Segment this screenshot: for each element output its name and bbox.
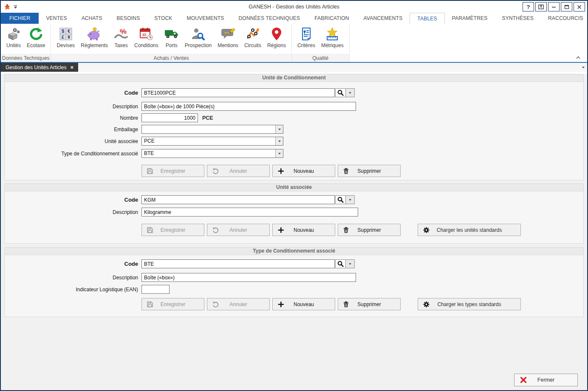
conditionnement-type-associe-arrow[interactable] [275, 149, 283, 158]
undo-icon [212, 301, 219, 307]
document-tabstrip: Gestion des Unités Articles × [1, 63, 587, 72]
section-unite-conditionnement: Unité de Conditionnement Code Descriptio… [4, 74, 584, 180]
menu-item-raccourcis[interactable]: RACCOURCIS [541, 13, 588, 24]
titlebar: GANESH - Gestion des Unités Articles ? [1, 1, 587, 13]
conditionnement-code-input[interactable] [141, 88, 335, 97]
menu-item-mouvements[interactable]: MOUVEMENTS [179, 13, 231, 24]
trash-icon [343, 168, 349, 174]
conditionnement-type-associe-combo[interactable]: BTE [141, 149, 283, 158]
menu-item-ventes[interactable]: VENTES [39, 13, 74, 24]
conditionnement-description-input[interactable] [141, 102, 356, 111]
unite-code-input[interactable] [141, 195, 335, 204]
ribbon-item-criteres[interactable]: Critères [294, 26, 318, 48]
unite-code-search-dropdown[interactable] [346, 195, 355, 204]
unite-new-button[interactable]: Nouveau [272, 224, 335, 236]
menu-item-avancements[interactable]: AVANCEMENTS [356, 13, 410, 24]
type-delete-button[interactable]: Supprimer [338, 298, 401, 310]
menu-item-parametres[interactable]: PARAMÈTRES [445, 13, 495, 24]
quick-access-arrow-icon[interactable] [14, 5, 17, 9]
quick-access-toolbar [1, 3, 17, 11]
conditionnement-delete-button[interactable]: Supprimer [338, 165, 401, 177]
ribbon-item-mentions[interactable]: Mentions [215, 26, 241, 48]
ribbon-item-circuits[interactable]: Circuits [241, 26, 264, 48]
conditionnement-unite-associee-combo[interactable]: PCE [141, 137, 283, 146]
chevron-down-icon [349, 92, 351, 94]
close-button[interactable] [574, 2, 585, 11]
unite-code-search-button[interactable] [335, 195, 346, 204]
unite-cancel-button[interactable]: Annuler [207, 224, 270, 236]
type-code-search-button[interactable] [335, 259, 346, 268]
conditionnement-save-button[interactable]: Enregistrer [141, 165, 204, 177]
conditionnement-cancel-button[interactable]: Annuler [207, 165, 270, 177]
speech-bubble-pen-icon [221, 27, 235, 41]
unite-description-input[interactable] [141, 208, 358, 217]
unite-save-button[interactable]: Enregistrer [141, 224, 204, 236]
window-controls: ? [523, 2, 587, 11]
menu-item-fichier[interactable]: FICHIER [1, 13, 39, 24]
conditionnement-emballage-arrow[interactable] [275, 125, 283, 133]
red-x-icon [520, 377, 527, 383]
type-new-button[interactable]: Nouveau [272, 298, 335, 310]
tab-close-icon[interactable]: × [70, 65, 74, 70]
type-cancel-button[interactable]: Annuler [207, 298, 270, 310]
maximize-button[interactable] [561, 2, 572, 11]
type-code-input[interactable] [141, 259, 335, 268]
type-ean-input[interactable] [141, 285, 170, 294]
type-ean-label: Indicateur Logistique (EAN) [5, 287, 141, 293]
menu-item-stock[interactable]: STOCK [147, 13, 179, 24]
menu-item-besoins[interactable]: BESOINS [110, 13, 147, 24]
type-save-button[interactable]: Enregistrer [141, 298, 204, 310]
menu-item-syntheses[interactable]: SYNTHÈSES [495, 13, 541, 24]
ribbon-item-unites[interactable]: Unités [3, 26, 24, 48]
unite-delete-button[interactable]: Supprimer [338, 224, 401, 236]
load-standard-types-button[interactable]: Charger les types standards [418, 298, 521, 310]
conditionnement-emballage-combo[interactable] [141, 125, 283, 134]
document-tab-label: Gestion des Unités Articles [6, 65, 66, 70]
type-description-input[interactable] [141, 273, 356, 282]
ribbon-item-metriques[interactable]: Métriques [318, 26, 347, 48]
menu-item-achats[interactable]: ACHATS [74, 13, 110, 24]
collapse-ribbon-button[interactable] [574, 54, 582, 61]
document-tab-gestion-unites[interactable]: Gestion des Unités Articles × [1, 63, 78, 72]
conditionnement-nombre-input[interactable] [141, 113, 198, 122]
content-area: Unité de Conditionnement Code Descriptio… [1, 74, 587, 391]
menu-item-tables[interactable]: TABLES [410, 13, 444, 24]
ribbon-group-donnees-techniques: Unités Ecotaxe Données Techniques [1, 24, 51, 62]
unite-description-label: Description [5, 209, 141, 215]
fermer-button[interactable]: Fermer [514, 374, 578, 386]
conditionnement-new-button[interactable]: Nouveau [272, 165, 335, 177]
app-window: GANESH - Gestion des Unités Articles ? [0, 0, 588, 391]
conditionnement-emballage-label: Emballage [5, 127, 141, 132]
conditionnement-code-search-dropdown[interactable] [346, 88, 355, 97]
close-icon [577, 5, 582, 9]
type-code-search-dropdown[interactable] [346, 259, 355, 268]
conditionnement-description-label: Description [5, 104, 141, 110]
menu-item-donnees-techniques[interactable]: DONNÉES TECHNIQUES [232, 13, 308, 24]
help-button[interactable]: ? [523, 2, 534, 11]
fullscreen-button[interactable] [535, 2, 547, 11]
ribbon-item-devises[interactable]: $ € £ ¥ Devises [54, 26, 78, 48]
ribbon-item-conditions[interactable]: 31 Conditions [131, 26, 161, 48]
window-title: GANESH - Gestion des Unités Articles [249, 4, 339, 10]
ribbon-item-ports[interactable]: Ports [161, 26, 182, 48]
type-code-search-group [335, 259, 355, 268]
conditionnement-code-search-button[interactable] [335, 88, 346, 97]
ribbon-item-taxes[interactable]: % Taxes [111, 26, 131, 48]
search-icon [337, 90, 344, 96]
gear-icon [423, 227, 430, 233]
ribbon-item-prospection[interactable]: Prospection [182, 26, 215, 48]
menu-item-fabrication[interactable]: FABRICATION [307, 13, 356, 24]
conditionnement-unite-associee-arrow[interactable] [275, 137, 283, 145]
document-badge-icon [300, 27, 313, 41]
plus-icon [278, 227, 284, 233]
minimize-button[interactable] [548, 2, 560, 11]
load-standard-units-button[interactable]: Charger les unités standards [418, 224, 521, 236]
svg-text:31: 31 [142, 33, 147, 37]
ribbon-item-regions[interactable]: Régions [264, 26, 289, 48]
ribbon-item-ecotaxe[interactable]: Ecotaxe [24, 26, 48, 48]
person-search-icon [191, 27, 205, 41]
svg-text:$: $ [62, 28, 64, 34]
ribbon-item-reglements[interactable]: Règlements [78, 26, 111, 48]
units-icon [7, 27, 20, 41]
tabstrip-dropdown-button[interactable] [582, 63, 585, 72]
